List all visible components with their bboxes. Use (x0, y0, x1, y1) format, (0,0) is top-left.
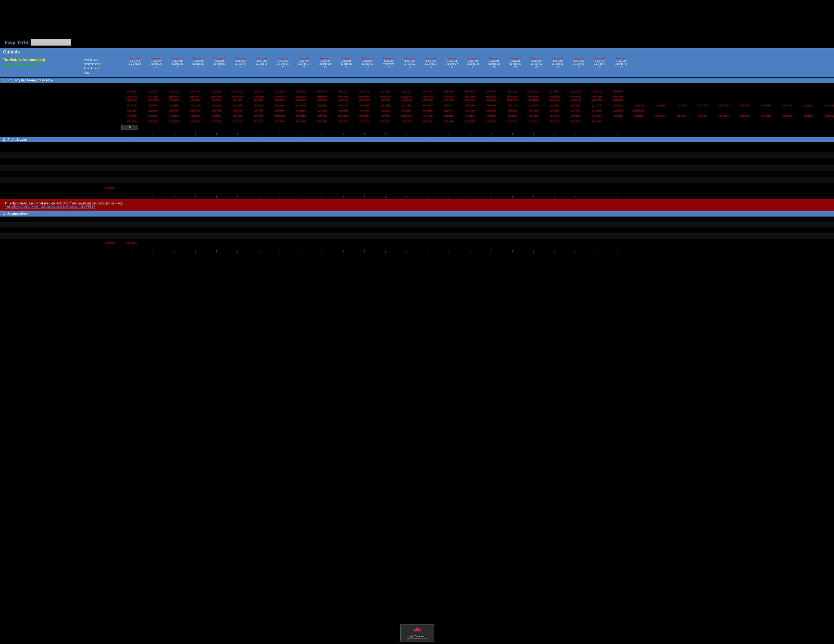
arrow-cell[interactable]: ↓ (480, 194, 502, 199)
arrow-cell[interactable]: ↓ (502, 249, 523, 253)
arrow-cell[interactable]: ↓ (608, 194, 629, 199)
forecast-label-cell: Forecast (230, 57, 251, 60)
arrow-cell[interactable]: ↓ (142, 132, 163, 136)
arrow-cell[interactable]: ↓ (544, 249, 565, 253)
arrow-cell[interactable]: ↓ (206, 194, 227, 199)
end-date-cell: 31-Dec-26 (272, 63, 293, 65)
arrow-cell[interactable]: ↓ (185, 194, 206, 199)
year-num-cell: 20 (526, 65, 547, 68)
arrow-cell[interactable]: ↓ (375, 249, 396, 253)
arrow-cell[interactable]: ↓ (269, 249, 290, 253)
arrow-cell[interactable]: ↓ (206, 249, 227, 253)
arrow-cell[interactable]: ↓ (185, 249, 206, 253)
end-date-cell: 31-Dec-25 (251, 63, 272, 65)
arrow-cell[interactable]: ↓ (375, 194, 396, 199)
arrow-cell[interactable]: ↓ (438, 249, 459, 253)
arrow-cell[interactable]: ↓ (459, 194, 480, 199)
data-cell: (70,208) (142, 119, 163, 123)
arrow-cell[interactable]: ↓ (121, 132, 142, 136)
arrow-cell[interactable]: ↓ (269, 194, 290, 199)
arrow-cell[interactable]: ↓ (480, 132, 502, 136)
arrow-cell[interactable]: ↓ (417, 194, 438, 199)
partial-preview-link[interactable]: https://flevy.com/browse/marketplace/air… (5, 205, 95, 208)
data-cell: (70,728) (227, 119, 248, 123)
arrow-cell[interactable]: ↓ (290, 194, 312, 199)
arrow-cell[interactable]: ↓ (608, 249, 629, 253)
data-cell: (36,145) (312, 104, 333, 107)
logo-icon (411, 626, 423, 635)
arrow-cell[interactable]: ↓ (290, 249, 312, 253)
bs-value-2: (21,881) (121, 241, 143, 244)
arrow-cell[interactable]: ↓ (163, 249, 185, 253)
arrow-cell[interactable]: ↓ (586, 249, 608, 253)
arrow-cell[interactable]: ↓ (312, 132, 333, 136)
pl-row-1 (0, 152, 834, 158)
arrow-cell[interactable]: ↓ (396, 132, 417, 136)
model-status: The Model is fully functional (3, 58, 84, 63)
arrow-cell[interactable]: ↓ (142, 194, 163, 199)
arrow-cell[interactable]: ↓ (438, 194, 459, 199)
arrow-cell[interactable]: ↓ (312, 194, 333, 199)
data-cell: (33,148) (565, 104, 586, 107)
arrow-cell[interactable]: ↓ (163, 194, 185, 199)
arrow-cell[interactable]: ↓ (354, 249, 375, 253)
arrow-cell[interactable]: ↓ (544, 194, 565, 199)
arrow-cell[interactable]: ↓ (396, 249, 417, 253)
arrow-cell[interactable]: ↓ (480, 249, 502, 253)
arrow-cell[interactable]: ↓ (206, 132, 227, 136)
arrow-cell[interactable]: ↓ (459, 249, 480, 253)
arrow-cell[interactable]: ↓ (354, 194, 375, 199)
data-cell: (42,546) (776, 114, 798, 118)
forecast-label-cell: Forecast (420, 57, 441, 60)
cashflow-data-area: (32,550)(37,531)(44,525)(51,703)(55,904)… (0, 83, 834, 137)
arrow-cell[interactable]: ↓ (544, 132, 565, 136)
arrow-cell[interactable]: ↓ (459, 132, 480, 136)
arrow-cell[interactable]: ↓ (502, 194, 523, 199)
arrow-cell[interactable]: ↓ (163, 132, 185, 136)
arrow-cell[interactable]: ↓ (312, 249, 333, 253)
arrow-cell[interactable]: ↓ (248, 249, 269, 253)
arrow-cell[interactable]: ↓ (290, 132, 312, 136)
arrow-cell[interactable]: ↓ (586, 132, 608, 136)
arrow-cell[interactable]: ↓ (227, 249, 248, 253)
arrow-cell[interactable]: ↓ (565, 249, 586, 253)
arrow-cell[interactable]: ↓ (185, 132, 206, 136)
arrow-cell[interactable]: ↓ (417, 132, 438, 136)
arrow-cell[interactable]: ↓ (121, 249, 142, 253)
arrow-cell[interactable]: ↓ (248, 194, 269, 199)
data-cell: (42,575) (565, 114, 586, 118)
data-cell: (36,179) (227, 109, 248, 113)
data-cell: (303,463) (142, 98, 163, 102)
arrow-cell[interactable]: ↓ (333, 132, 354, 136)
arrow-cell[interactable]: ↓ (269, 132, 290, 136)
arrow-cell[interactable]: ↓ (565, 132, 586, 136)
arrow-cell[interactable]: ↓ (142, 249, 163, 253)
arrow-cell[interactable]: ↓ (396, 194, 417, 199)
start-date-cell: 1-Jan-34 (441, 60, 462, 63)
arrow-cell[interactable]: ↓ (523, 194, 544, 199)
arrow-cell[interactable]: ↓ (248, 132, 269, 136)
arrow-cell[interactable]: ↓ (608, 132, 629, 136)
arrow-cell[interactable]: ↓ (502, 132, 523, 136)
logo-area: Big Wolf Street Financial Modeling Tool (400, 625, 434, 641)
arrow-cell[interactable]: ↓ (227, 194, 248, 199)
data-cell: (70,507) (375, 114, 396, 118)
arrow-cell[interactable]: ↓ (523, 132, 544, 136)
arrow-cell[interactable]: ↓ (417, 249, 438, 253)
data-cell: (52,536) (354, 114, 375, 118)
arrow-cell[interactable]: ↓ (438, 132, 459, 136)
data-cell: (271,305) (586, 95, 608, 98)
arrow-cell[interactable]: ↓ (121, 194, 142, 199)
data-cell: (366,135) (523, 98, 544, 102)
arrow-cell[interactable]: ↓ (565, 194, 586, 199)
data-cell: (700,813) (396, 114, 417, 118)
arrow-cell[interactable]: ↓ (354, 132, 375, 136)
arrow-cell[interactable]: ↓ (375, 132, 396, 136)
data-cell: (70,720) (502, 119, 523, 123)
arrow-cell[interactable]: ↓ (333, 194, 354, 199)
search-input[interactable] (31, 39, 71, 46)
arrow-cell[interactable]: ↓ (333, 249, 354, 253)
arrow-cell[interactable]: ↓ (586, 194, 608, 199)
arrow-cell[interactable]: ↓ (523, 249, 544, 253)
arrow-cell[interactable]: ↓ (227, 132, 248, 136)
